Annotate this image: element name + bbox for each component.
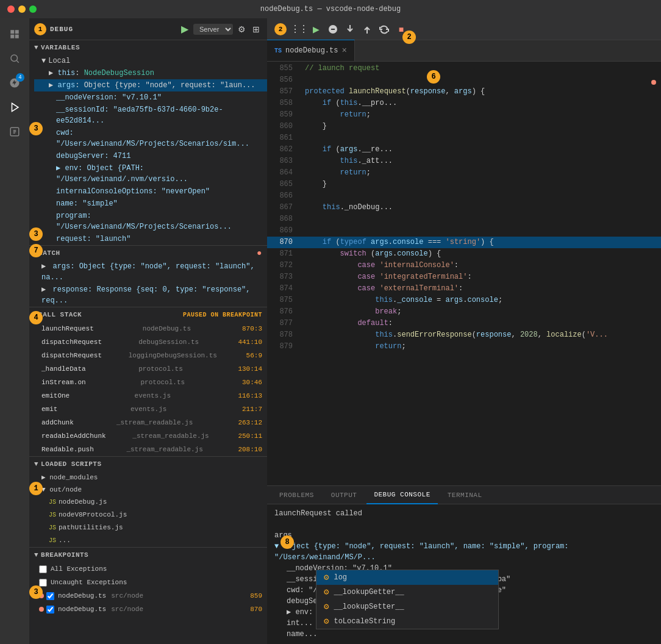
- close-button[interactable]: [7, 5, 15, 13]
- var-env[interactable]: ▶ env: Object {PATH: "/Users/weinand/.nv…: [34, 162, 267, 185]
- bp-uncaught-check[interactable]: [39, 579, 47, 587]
- tab-close-icon[interactable]: ×: [341, 46, 346, 55]
- annotation-1-loaded: 1: [29, 482, 43, 495]
- minimize-button[interactable]: [18, 5, 26, 13]
- stack-readableAddChunk[interactable]: readableAddChunk _stream_readable.js 250…: [29, 429, 267, 443]
- watch-item-1[interactable]: ▶ args: Object {type: "node", request: "…: [34, 260, 267, 284]
- tab-debug-console[interactable]: DEBUG CONSOLE: [366, 486, 437, 504]
- variables-content: ▼Local ▶ this: NodeDebugSession ▶ args: …: [29, 55, 267, 245]
- console-line-3: args: [274, 530, 654, 541]
- debug-continue-button[interactable]: ▶: [309, 22, 323, 37]
- annotation-7-watch2: 7: [29, 244, 43, 257]
- var-args[interactable]: ▶ args: Object {type: "node", request: "…: [34, 79, 267, 91]
- tab-output[interactable]: OUTPUT: [324, 486, 365, 504]
- watch-dot: ●: [257, 248, 262, 258]
- stack-inStream[interactable]: inStream.on protocol.ts 30:46: [29, 376, 267, 389]
- bp-check-2[interactable]: [46, 606, 54, 614]
- loaded-scripts-section: ▼ LOADED SCRIPTS ▶ node_modules ▼ out/no…: [29, 457, 267, 547]
- debug-restart-button[interactable]: [377, 22, 391, 37]
- variables-section: ▼ VARIABLES ▼Local ▶ this: NodeDebugSess…: [29, 40, 267, 245]
- autocomplete-icon-lookupGetter: ⚙: [324, 587, 329, 598]
- annotation-3-breakpoints: 3: [29, 585, 43, 599]
- autocomplete-dropdown[interactable]: ⚙ log ⚙ __lookupGetter__ ⚙ __lookupSette…: [316, 570, 499, 629]
- debug-step-over-button[interactable]: [326, 22, 340, 37]
- editor-area: 2 ⋮⋮ ▶ ■ TS nodeDebug.ts ×: [267, 18, 661, 644]
- stack-addChunk[interactable]: addChunk _stream_readable.js 263:12: [29, 416, 267, 429]
- loaded-scripts-header[interactable]: ▼ LOADED SCRIPTS: [29, 457, 267, 471]
- stack-handleData[interactable]: _handleData protocol.ts 130:14: [29, 362, 267, 376]
- tab-nodeDebug[interactable]: TS nodeDebug.ts ×: [267, 40, 355, 61]
- breakpoints-header[interactable]: ▼ BREAKPOINTS: [29, 548, 267, 562]
- console-line-1: launchRequest called: [274, 508, 654, 519]
- watch-item-2[interactable]: ▶ response: Response {seq: 0, type: "res…: [34, 284, 267, 307]
- watch-actions: ●: [257, 248, 262, 258]
- tree-node-modules[interactable]: ▶ node_modules: [29, 471, 267, 484]
- maximize-button[interactable]: [29, 5, 37, 13]
- debug-step-out-button[interactable]: [360, 22, 374, 37]
- tab-terminal[interactable]: TERMINAL: [440, 486, 490, 504]
- stack-dispatchRequest-2[interactable]: dispatchRequest loggingDebugSession.ts 5…: [29, 349, 267, 362]
- console-line-11: name...: [274, 629, 654, 640]
- svg-rect-0: [10, 30, 14, 34]
- code-editor[interactable]: 855 856 857 858 859 860 861 862 863 864 …: [267, 62, 661, 485]
- annotation-4-callstack: 4: [29, 311, 43, 324]
- tree-nodeV8Protocol[interactable]: JSnodeV8Protocol.js: [29, 509, 267, 521]
- debug-config-select[interactable]: Server: [193, 24, 233, 35]
- stack-emitOne[interactable]: emitOne events.js 116:13: [29, 389, 267, 402]
- editor-tab-bar: TS nodeDebug.ts ×: [267, 40, 661, 62]
- watch-content: ▶ args: Object {type: "node", request: "…: [29, 260, 267, 307]
- callstack-content: launchRequest nodeDebug.ts 870:3 dispatc…: [29, 322, 267, 456]
- stack-emit[interactable]: emit events.js 211:7: [29, 402, 267, 416]
- debug-toolbar: 2 ⋮⋮ ▶ ■: [267, 18, 661, 40]
- tab-problems[interactable]: PROBLEMS: [272, 486, 321, 504]
- bottom-tab-bar: PROBLEMS OUTPUT DEBUG CONSOLE TERMINAL: [267, 486, 661, 504]
- bp-check-1[interactable]: [46, 592, 54, 600]
- var-this[interactable]: ▶ this: NodeDebugSession: [34, 67, 267, 79]
- bp-dot-2: [39, 607, 44, 612]
- watch-section: ▼ WATCH ● ▶ args: Object {type: "node", …: [29, 246, 267, 307]
- debug-play-button[interactable]: ▶: [179, 23, 191, 35]
- variables-header[interactable]: ▼ VARIABLES: [29, 40, 267, 55]
- breakpoints-section: ▼ BREAKPOINTS All Exceptions Uncaught Ex…: [29, 548, 267, 616]
- bp-uncaught-exceptions[interactable]: Uncaught Exceptions: [29, 576, 267, 589]
- autocomplete-item-log[interactable]: ⚙ log: [316, 570, 498, 585]
- var-local[interactable]: ▼Local: [34, 55, 267, 67]
- stack-readable-push[interactable]: Readable.push _stream_readable.js 208:10: [29, 443, 267, 456]
- stack-launchRequest[interactable]: launchRequest nodeDebug.ts 870:3: [29, 322, 267, 335]
- tree-out-node[interactable]: ▼ out/node: [29, 484, 267, 496]
- activity-debug[interactable]: [4, 96, 26, 118]
- debug-controls: ▶ Server ⚙ ⊞: [179, 23, 262, 35]
- console-line-2: [274, 519, 654, 530]
- activity-extensions[interactable]: [4, 121, 26, 143]
- tree-pathUtilities[interactable]: JSpathUtilities.js: [29, 521, 267, 534]
- debug-step-into-button[interactable]: [343, 22, 357, 37]
- debug-terminal-button[interactable]: ⊞: [250, 23, 262, 35]
- activity-git[interactable]: 4: [4, 72, 26, 94]
- var-program: program: "/Users/weinand/MS/Projects/Sce…: [34, 210, 267, 233]
- callstack-header[interactable]: ▼ CALL STACK PAUSED ON BREAKPOINT: [29, 307, 267, 322]
- svg-rect-3: [15, 35, 19, 38]
- var-sessionId: __sessionId: "aeda75fb-637d-4660-9b2e-ee…: [34, 104, 267, 127]
- window-title: nodeDebug.ts — vscode-node-debug: [260, 5, 401, 13]
- debug-console-content[interactable]: launchRequest called args ▼ Object {type…: [267, 504, 661, 644]
- debug-settings-button[interactable]: ⚙: [235, 23, 248, 35]
- debug-dots-button[interactable]: ⋮⋮: [291, 22, 306, 37]
- activity-search[interactable]: [4, 48, 26, 70]
- debug-label: DEBUG: [50, 26, 73, 33]
- paused-badge: PAUSED ON BREAKPOINT: [183, 312, 262, 318]
- tab-filename: nodeDebug.ts: [285, 46, 338, 55]
- autocomplete-item-lookupGetter[interactable]: ⚙ __lookupGetter__: [316, 585, 498, 599]
- loaded-scripts-content: ▶ node_modules ▼ out/node JSnodeDebug.js…: [29, 471, 267, 547]
- tree-nodeDebug[interactable]: JSnodeDebug.js: [29, 496, 267, 509]
- bp-item-1[interactable]: nodeDebug.ts src/node 859: [29, 589, 267, 603]
- watch-header[interactable]: ▼ WATCH ●: [29, 246, 267, 260]
- stack-dispatchRequest-1[interactable]: dispatchRequest debugSession.ts 441:10: [29, 335, 267, 349]
- autocomplete-item-lookupSetter[interactable]: ⚙ __lookupSetter__: [316, 599, 498, 614]
- bp-item-2[interactable]: nodeDebug.ts src/node 870: [29, 603, 267, 616]
- bp-all-exceptions-check[interactable]: [39, 565, 47, 573]
- code-lines[interactable]: // launch request protected launchReques…: [298, 62, 661, 485]
- bp-all-exceptions[interactable]: All Exceptions: [29, 562, 267, 576]
- line-numbers: 855 856 857 858 859 860 861 862 863 864 …: [267, 62, 298, 485]
- activity-explorer[interactable]: [4, 23, 26, 45]
- autocomplete-item-toLocaleString[interactable]: ⚙ toLocaleString: [316, 614, 498, 629]
